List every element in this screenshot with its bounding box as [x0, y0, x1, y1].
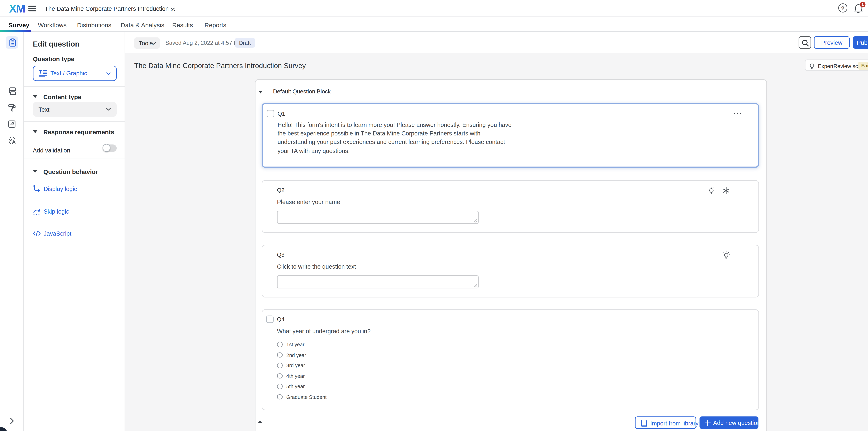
- survey-name-breadcrumb[interactable]: The Data Mine Corporate Partners Introdu…: [45, 5, 175, 12]
- survey-flow-icon[interactable]: [7, 87, 16, 95]
- response-requirements-label: Response requirements: [43, 129, 114, 135]
- notification-badge: 1: [860, 2, 866, 7]
- help-icon[interactable]: ?: [838, 3, 847, 12]
- display-logic-link[interactable]: Display logic: [33, 185, 77, 192]
- question-id: Q2: [277, 187, 284, 193]
- choice-label: 5th year: [286, 384, 305, 390]
- tab-workflows[interactable]: Workflows: [38, 22, 67, 28]
- question-behavior-section-header[interactable]: Question behavior: [33, 166, 98, 176]
- tools-label: Tools: [139, 39, 153, 47]
- expert-review-pill[interactable]: ExpertReview score Fair: [805, 60, 868, 71]
- javascript-link[interactable]: JavaScript: [33, 230, 71, 237]
- question-text[interactable]: Please enter your name: [277, 198, 340, 205]
- hamburger-menu-icon[interactable]: [28, 6, 36, 11]
- preview-button[interactable]: Preview: [814, 36, 850, 49]
- content-type-value: Text: [38, 106, 50, 113]
- radio-icon[interactable]: [277, 394, 282, 400]
- question-type-dropdown[interactable]: Text / Graphic: [33, 66, 117, 81]
- resize-grip-icon[interactable]: [473, 283, 477, 287]
- radio-icon[interactable]: [277, 352, 282, 358]
- question-type-value: Text / Graphic: [50, 70, 87, 76]
- expand-panel-chevron-icon[interactable]: [9, 418, 14, 424]
- divider: [24, 121, 125, 122]
- skip-logic-icon: [33, 207, 41, 215]
- top-bar: XM The Data Mine Corporate Partners Intr…: [0, 0, 868, 17]
- collapse-triangle-icon: [33, 170, 37, 173]
- text-graphic-icon: [38, 70, 48, 78]
- question-text[interactable]: What year of undergrad are you in?: [277, 328, 370, 334]
- xm-logo: XM: [9, 2, 25, 15]
- divider: [24, 86, 125, 87]
- question-checkbox[interactable]: [266, 315, 273, 323]
- resize-grip-icon[interactable]: [473, 218, 477, 222]
- search-icon: [801, 39, 809, 47]
- content-type-section-header[interactable]: Content type: [33, 91, 82, 101]
- response-requirements-section-header[interactable]: Response requirements: [33, 126, 114, 137]
- asterisk-icon[interactable]: [722, 186, 730, 195]
- tab-survey[interactable]: Survey: [8, 22, 29, 28]
- chevron-down-icon: [151, 42, 156, 45]
- collapse-triangle-icon: [33, 95, 37, 98]
- panel-title: Edit question: [33, 39, 80, 48]
- question-menu-icon[interactable]: [734, 113, 743, 115]
- divider: [24, 158, 125, 159]
- survey-builder-icon[interactable]: [8, 38, 17, 47]
- question-text[interactable]: Hello! This form's intent is to learn mo…: [278, 121, 518, 155]
- content-type-label: Content type: [43, 93, 81, 100]
- code-icon: [33, 229, 41, 237]
- chevron-down-icon[interactable]: [170, 7, 175, 10]
- text-entry-input[interactable]: [277, 275, 478, 288]
- question-text[interactable]: Click to write the question text: [277, 263, 356, 270]
- question-checkbox[interactable]: [267, 110, 274, 117]
- javascript-label: JavaScript: [43, 230, 71, 237]
- content-type-select[interactable]: Text: [33, 102, 117, 117]
- question-card-q2[interactable]: Q2 Please enter your name: [261, 180, 759, 233]
- choice-label: 2nd year: [286, 352, 306, 358]
- choice-label: 1st year: [286, 342, 304, 347]
- display-logic-label: Display logic: [43, 185, 77, 192]
- lightbulb-icon: [808, 62, 815, 70]
- next-block-collapse-triangle-icon[interactable]: [258, 421, 262, 423]
- radio-icon[interactable]: [277, 363, 282, 368]
- search-button[interactable]: [799, 36, 811, 49]
- chat-bubble[interactable]: [0, 427, 7, 431]
- block-title[interactable]: Default Question Block: [273, 88, 331, 95]
- question-card-q4[interactable]: Q4 What year of undergrad are you in? 1s…: [261, 309, 759, 410]
- edit-question-panel: Edit question Question type Text / Graph…: [24, 32, 125, 431]
- tab-results[interactable]: Results: [172, 22, 193, 28]
- block-collapse-triangle-icon[interactable]: [258, 91, 263, 93]
- radio-icon[interactable]: [277, 373, 282, 378]
- library-book-icon: [640, 419, 647, 427]
- survey-title[interactable]: The Data Mine Corporate Partners Introdu…: [134, 62, 306, 70]
- collapse-triangle-icon: [33, 130, 37, 133]
- survey-options-icon[interactable]: [7, 120, 16, 128]
- radio-icon[interactable]: [277, 384, 282, 389]
- translations-icon[interactable]: [7, 135, 16, 145]
- survey-toolbar: Tools Saved Aug 2, 2022 at 4:57 PM Draft…: [125, 32, 868, 53]
- qualtrics-survey-editor: XM The Data Mine Corporate Partners Intr…: [0, 0, 868, 431]
- question-card-q3[interactable]: Q3 Click to write the question text: [261, 245, 759, 298]
- radio-icon[interactable]: [277, 342, 282, 347]
- skip-logic-link[interactable]: Skip logic: [33, 208, 69, 215]
- import-from-library-button[interactable]: Import from library: [635, 417, 696, 429]
- tab-reports[interactable]: Reports: [205, 22, 226, 28]
- question-card-q1[interactable]: Q1 Hello! This form's intent is to learn…: [261, 103, 759, 168]
- project-nav: Survey Workflows Distributions Data & An…: [0, 17, 868, 32]
- expert-review-score-badge: Fair: [859, 62, 868, 70]
- tools-menu-button[interactable]: Tools: [134, 37, 160, 49]
- lightbulb-icon[interactable]: [707, 186, 715, 195]
- choice-label: 3rd year: [286, 363, 305, 368]
- publish-button[interactable]: Publish: [853, 36, 868, 49]
- look-and-feel-icon[interactable]: [7, 103, 16, 112]
- editor-icon-rail: [0, 32, 24, 431]
- question-id: Q4: [277, 316, 284, 322]
- draft-status-badge: Draft: [235, 38, 255, 48]
- tab-data-analysis[interactable]: Data & Analysis: [121, 22, 164, 28]
- choice-label: 4th year: [286, 373, 305, 379]
- add-validation-label: Add validation: [33, 147, 70, 154]
- lightbulb-icon[interactable]: [722, 251, 730, 259]
- add-validation-toggle[interactable]: [103, 145, 117, 152]
- tab-distributions[interactable]: Distributions: [77, 22, 111, 28]
- add-new-question-button[interactable]: Add new question: [700, 417, 758, 429]
- text-entry-input[interactable]: [277, 211, 478, 224]
